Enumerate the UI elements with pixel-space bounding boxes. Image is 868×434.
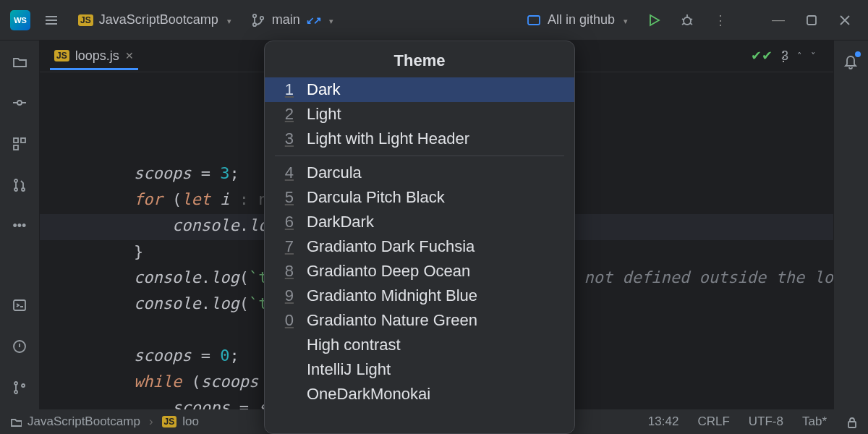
window-close[interactable] xyxy=(832,12,858,28)
theme-option[interactable]: 6DarkDark xyxy=(265,210,574,234)
maximize-icon xyxy=(804,12,820,28)
more-tool-button[interactable]: ••• xyxy=(13,218,27,234)
git-tool-button[interactable] xyxy=(12,380,27,399)
chevron-up-icon[interactable]: ˄ xyxy=(797,51,802,61)
theme-option[interactable]: 8Gradianto Deep Ocean xyxy=(265,259,574,284)
chevron-down-icon[interactable]: ˅ xyxy=(811,51,816,61)
theme-option[interactable]: 1Dark xyxy=(265,77,574,102)
tab-filename: loops.js xyxy=(75,48,119,64)
theme-label: Darcula xyxy=(307,163,362,182)
theme-option[interactable]: .OneDarkMonokai xyxy=(265,382,574,407)
structure-tool-button[interactable] xyxy=(12,136,27,156)
indent-setting[interactable]: Tab* xyxy=(802,414,827,429)
theme-option[interactable]: 2Light xyxy=(265,102,574,127)
run-config-selector[interactable]: All in github xyxy=(520,9,634,31)
terminal-tool-button[interactable] xyxy=(12,297,27,317)
bug-icon xyxy=(679,12,695,28)
problems-tool-button[interactable] xyxy=(12,339,27,358)
debug-button[interactable] xyxy=(674,12,700,28)
svg-rect-5 xyxy=(807,16,816,25)
svg-point-1 xyxy=(253,22,256,25)
popup-title: Theme xyxy=(265,41,574,77)
chevron-down-icon xyxy=(326,12,333,27)
theme-shortcut-number: 2 xyxy=(281,105,294,124)
theme-option[interactable]: .High contrast xyxy=(265,333,574,357)
folder-icon xyxy=(12,54,27,69)
inspection-count: 3 xyxy=(781,48,788,64)
theme-option[interactable]: 9Gradianto Midnight Blue xyxy=(265,284,574,308)
branch-selector[interactable]: main ↙↗ xyxy=(244,9,339,31)
titlebar: WS JS JavaScriptBootcamp main ↙↗ All in … xyxy=(0,0,868,41)
theme-option[interactable]: 0Gradianto Nature Green xyxy=(265,308,574,333)
theme-shortcut-number: 8 xyxy=(281,262,294,281)
play-icon xyxy=(646,12,662,28)
api-icon xyxy=(526,12,542,28)
lock-icon[interactable] xyxy=(846,416,858,428)
cursor-position[interactable]: 13:42 xyxy=(648,414,679,429)
theme-label: Light xyxy=(307,105,341,124)
left-toolbar: ••• xyxy=(0,41,40,409)
line-separator[interactable]: CRLF xyxy=(697,414,729,429)
theme-label: High contrast xyxy=(307,336,401,354)
svg-point-12 xyxy=(22,188,25,191)
svg-point-6 xyxy=(17,101,22,105)
window-maximize[interactable] xyxy=(799,12,825,28)
branch-icon xyxy=(250,12,266,28)
tab-close-button[interactable]: ✕ xyxy=(125,50,134,61)
checkmark-icon: ✔✔ xyxy=(751,48,773,64)
project-selector[interactable]: JS JavaScriptBootcamp xyxy=(72,9,237,30)
theme-option[interactable]: .IntelliJ Light xyxy=(265,357,574,382)
folder-icon xyxy=(10,416,22,427)
chevron-down-icon xyxy=(621,12,628,27)
sync-icon: ↙↗ xyxy=(306,14,320,26)
theme-label: Light with Light Header xyxy=(307,129,469,148)
structure-icon xyxy=(12,136,27,152)
theme-shortcut-number: 0 xyxy=(281,311,294,330)
minimize-icon: ― xyxy=(772,12,785,27)
theme-shortcut-number: 9 xyxy=(281,286,294,305)
commit-tool-button[interactable] xyxy=(12,95,27,114)
chevron-right-icon xyxy=(146,414,156,429)
project-name: JavaScriptBootcamp xyxy=(99,12,218,27)
svg-point-17 xyxy=(22,384,25,387)
theme-shortcut-number: 7 xyxy=(281,237,294,256)
theme-shortcut-number: 5 xyxy=(281,188,294,207)
breadcrumb[interactable]: JavaScriptBootcamp JS loo xyxy=(10,414,199,429)
theme-shortcut-number: 3 xyxy=(281,129,294,148)
project-tool-button[interactable] xyxy=(12,54,27,73)
theme-shortcut-number: 1 xyxy=(281,80,294,99)
right-toolbar xyxy=(833,41,868,409)
js-icon: JS xyxy=(78,14,93,26)
window-minimize[interactable]: ― xyxy=(765,12,791,27)
kebab-icon: ⋮ xyxy=(714,12,727,28)
theme-option[interactable]: 3Light with Light Header xyxy=(265,127,574,151)
popup-divider xyxy=(275,156,564,156)
vcs-tool-button[interactable] xyxy=(12,177,27,197)
theme-label: Gradianto Dark Fuchsia xyxy=(307,237,475,256)
svg-point-16 xyxy=(14,391,17,393)
theme-option[interactable]: 4Darcula xyxy=(265,161,574,185)
svg-point-0 xyxy=(253,14,256,17)
svg-rect-7 xyxy=(14,138,18,142)
theme-label: Gradianto Deep Ocean xyxy=(307,262,470,281)
file-encoding[interactable]: UTF-8 xyxy=(749,414,783,429)
more-actions-button[interactable]: ⋮ xyxy=(707,12,733,28)
warning-icon xyxy=(12,339,27,354)
theme-option[interactable]: 7Gradianto Dark Fuchsia xyxy=(265,234,574,259)
theme-option[interactable]: 5Darcula Pitch Black xyxy=(265,185,574,210)
tab-loops-js[interactable]: JS loops.js ✕ xyxy=(50,43,138,70)
crumb-file: loo xyxy=(182,414,199,429)
bell-icon xyxy=(843,54,859,69)
inspection-widget[interactable]: ✔✔ 3 ˄ ˅ xyxy=(751,48,816,64)
run-button[interactable] xyxy=(641,12,667,28)
theme-label: Gradianto Midnight Blue xyxy=(307,286,477,305)
svg-point-11 xyxy=(14,188,17,191)
svg-rect-8 xyxy=(21,138,25,142)
svg-rect-9 xyxy=(14,145,18,150)
svg-rect-18 xyxy=(848,422,856,427)
main-menu-button[interactable] xyxy=(38,9,65,31)
notifications-button[interactable] xyxy=(843,54,859,73)
chevron-down-icon xyxy=(224,12,231,27)
branch-name: main xyxy=(272,12,300,27)
crumb-project: JavaScriptBootcamp xyxy=(27,414,140,429)
